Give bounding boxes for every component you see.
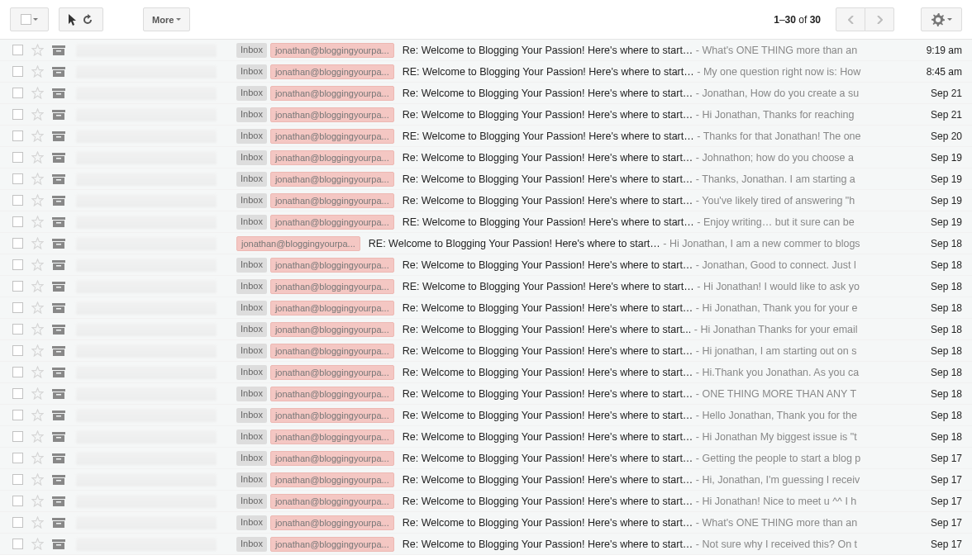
- star-button[interactable]: [28, 44, 46, 56]
- email-row[interactable]: Inboxjonathan@bloggingyourpa... Re: Welc…: [0, 534, 972, 555]
- label-inbox[interactable]: Inbox: [236, 86, 267, 101]
- email-row[interactable]: Inboxjonathan@bloggingyourpa... Re: Welc…: [0, 40, 972, 61]
- label-inbox[interactable]: Inbox: [236, 537, 267, 552]
- label-inbox[interactable]: Inbox: [236, 472, 267, 487]
- archive-button[interactable]: [46, 216, 71, 228]
- email-row[interactable]: Inboxjonathan@bloggingyourpa... Re: Welc…: [0, 83, 972, 104]
- archive-button[interactable]: [46, 453, 71, 464]
- archive-button[interactable]: [46, 259, 71, 271]
- label-from[interactable]: jonathan@bloggingyourpa...: [270, 494, 394, 509]
- label-from[interactable]: jonathan@bloggingyourpa...: [270, 86, 394, 101]
- archive-button[interactable]: [46, 66, 71, 78]
- row-checkbox[interactable]: [7, 345, 28, 356]
- email-row[interactable]: Inboxjonathan@bloggingyourpa... RE: Welc…: [0, 211, 972, 233]
- email-row[interactable]: Inboxjonathan@bloggingyourpa... RE: Welc…: [0, 61, 972, 83]
- label-from[interactable]: jonathan@bloggingyourpa...: [270, 408, 394, 423]
- star-button[interactable]: [28, 344, 46, 357]
- label-inbox[interactable]: Inbox: [236, 43, 267, 58]
- label-inbox[interactable]: Inbox: [236, 215, 267, 230]
- label-inbox[interactable]: Inbox: [236, 451, 267, 466]
- archive-button[interactable]: [46, 474, 71, 486]
- email-row[interactable]: Inboxjonathan@bloggingyourpa... Re: Welc…: [0, 104, 972, 126]
- archive-button[interactable]: [46, 345, 71, 357]
- archive-button[interactable]: [46, 173, 71, 185]
- label-inbox[interactable]: Inbox: [236, 365, 267, 380]
- row-checkbox[interactable]: [7, 474, 28, 485]
- star-button[interactable]: [28, 194, 46, 206]
- archive-button[interactable]: [46, 431, 71, 443]
- row-checkbox[interactable]: [7, 131, 28, 141]
- label-from[interactable]: jonathan@bloggingyourpa...: [270, 322, 394, 337]
- label-from[interactable]: jonathan@bloggingyourpa...: [270, 472, 394, 487]
- label-from[interactable]: jonathan@bloggingyourpa...: [236, 236, 360, 251]
- row-checkbox[interactable]: [7, 173, 28, 184]
- email-row[interactable]: Inboxjonathan@bloggingyourpa... Re: Welc…: [0, 383, 972, 405]
- archive-button[interactable]: [46, 88, 71, 99]
- archive-button[interactable]: [46, 496, 71, 507]
- refresh-button[interactable]: [59, 7, 103, 31]
- row-checkbox[interactable]: [7, 109, 28, 120]
- label-inbox[interactable]: Inbox: [236, 193, 267, 208]
- email-row[interactable]: Inboxjonathan@bloggingyourpa... Re: Welc…: [0, 168, 972, 190]
- settings-button[interactable]: [921, 7, 962, 31]
- row-checkbox[interactable]: [7, 324, 28, 335]
- label-inbox[interactable]: Inbox: [236, 150, 267, 165]
- archive-button[interactable]: [46, 195, 71, 206]
- star-button[interactable]: [28, 65, 46, 78]
- label-inbox[interactable]: Inbox: [236, 408, 267, 423]
- row-checkbox[interactable]: [7, 88, 28, 98]
- row-checkbox[interactable]: [7, 496, 28, 506]
- email-row[interactable]: Inboxjonathan@bloggingyourpa... Re: Welc…: [0, 448, 972, 469]
- label-inbox[interactable]: Inbox: [236, 301, 267, 316]
- row-checkbox[interactable]: [7, 453, 28, 463]
- archive-button[interactable]: [46, 517, 71, 529]
- row-checkbox[interactable]: [7, 410, 28, 420]
- label-from[interactable]: jonathan@bloggingyourpa...: [270, 451, 394, 466]
- label-inbox[interactable]: Inbox: [236, 172, 267, 187]
- prev-page-button[interactable]: [836, 7, 865, 31]
- email-row[interactable]: Inboxjonathan@bloggingyourpa... Re: Welc…: [0, 469, 972, 491]
- star-button[interactable]: [28, 516, 46, 529]
- archive-button[interactable]: [46, 131, 71, 142]
- label-from[interactable]: jonathan@bloggingyourpa...: [270, 150, 394, 165]
- label-inbox[interactable]: Inbox: [236, 322, 267, 337]
- star-button[interactable]: [28, 301, 46, 314]
- email-row[interactable]: Inboxjonathan@bloggingyourpa... Re: Welc…: [0, 426, 972, 448]
- label-inbox[interactable]: Inbox: [236, 494, 267, 509]
- star-button[interactable]: [28, 259, 46, 271]
- star-button[interactable]: [28, 130, 46, 142]
- row-checkbox[interactable]: [7, 539, 28, 549]
- star-button[interactable]: [28, 173, 46, 185]
- star-button[interactable]: [28, 323, 46, 335]
- email-row[interactable]: Inboxjonathan@bloggingyourpa... Re: Welc…: [0, 297, 972, 319]
- label-from[interactable]: jonathan@bloggingyourpa...: [270, 129, 394, 144]
- row-checkbox[interactable]: [7, 431, 28, 442]
- archive-button[interactable]: [46, 324, 71, 335]
- row-checkbox[interactable]: [7, 66, 28, 77]
- label-from[interactable]: jonathan@bloggingyourpa...: [270, 537, 394, 552]
- archive-button[interactable]: [46, 109, 71, 121]
- label-inbox[interactable]: Inbox: [236, 129, 267, 144]
- star-button[interactable]: [28, 430, 46, 443]
- next-page-button[interactable]: [865, 7, 894, 31]
- archive-button[interactable]: [46, 238, 71, 249]
- row-checkbox[interactable]: [7, 238, 28, 249]
- email-row[interactable]: Inboxjonathan@bloggingyourpa... Re: Welc…: [0, 362, 972, 383]
- email-row[interactable]: Inboxjonathan@bloggingyourpa... Re: Welc…: [0, 254, 972, 276]
- email-row[interactable]: Inboxjonathan@bloggingyourpa... RE: Welc…: [0, 126, 972, 147]
- label-from[interactable]: jonathan@bloggingyourpa...: [270, 301, 394, 316]
- email-row[interactable]: Inboxjonathan@bloggingyourpa... Re: Welc…: [0, 147, 972, 168]
- row-checkbox[interactable]: [7, 152, 28, 163]
- label-from[interactable]: jonathan@bloggingyourpa...: [270, 215, 394, 230]
- star-button[interactable]: [28, 387, 46, 400]
- label-from[interactable]: jonathan@bloggingyourpa...: [270, 429, 394, 444]
- label-from[interactable]: jonathan@bloggingyourpa...: [270, 107, 394, 122]
- label-from[interactable]: jonathan@bloggingyourpa...: [270, 64, 394, 79]
- archive-button[interactable]: [46, 45, 71, 56]
- row-checkbox[interactable]: [7, 302, 28, 313]
- label-from[interactable]: jonathan@bloggingyourpa...: [270, 43, 394, 58]
- row-checkbox[interactable]: [7, 259, 28, 270]
- row-checkbox[interactable]: [7, 195, 28, 206]
- label-from[interactable]: jonathan@bloggingyourpa...: [270, 279, 394, 294]
- star-button[interactable]: [28, 216, 46, 228]
